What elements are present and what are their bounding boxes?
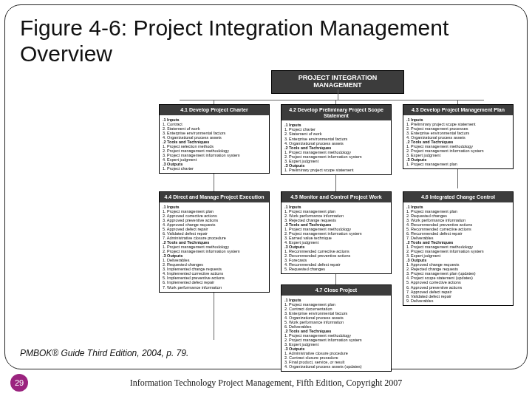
box-header: 4.1 Develop Project Charter xyxy=(160,105,269,115)
box-header: 4.7 Close Project xyxy=(282,285,391,296)
box-4-1: 4.1 Develop Project Charter.1 Inputs1. C… xyxy=(159,104,270,174)
box-4-4: 4.4 Direct and Manage Project Execution.… xyxy=(159,191,270,293)
box-body: .1 Inputs1. Preliminary project scope st… xyxy=(403,115,513,169)
section-item: 4. Organizational process assets (update… xyxy=(284,364,388,369)
slide-frame: Figure 4-6: Project Integration Manageme… xyxy=(4,4,528,369)
box-body: .1 Inputs1. Project management plan2. Wo… xyxy=(282,202,391,274)
box-body: .1 Inputs1. Project management plan2. Ap… xyxy=(160,202,269,292)
box-header: 4.5 Monitor and Control Project Work xyxy=(282,192,391,202)
footer-text: Information Technology Project Managemen… xyxy=(0,378,532,389)
box-body: .1 Inputs1. Contract2. Statement of work… xyxy=(160,115,269,174)
box-body: .1 Inputs1. Project management plan2. Re… xyxy=(403,202,513,305)
box-header: 4.3 Develop Project Management Plan xyxy=(403,105,513,115)
section-item: 5. Requested changes xyxy=(284,267,388,271)
box-4-3: 4.3 Develop Project Management Plan.1 In… xyxy=(403,104,514,169)
box-4-2: 4.2 Develop Preliminary Project Scope St… xyxy=(281,104,392,175)
page-title: Figure 4-6: Project Integration Manageme… xyxy=(20,16,512,66)
box-header: 4.4 Direct and Manage Project Execution xyxy=(160,192,269,202)
box-body: .1 Inputs1. Project management plan2. Co… xyxy=(282,296,391,372)
section-item: 1. Project charter xyxy=(163,166,266,171)
box-4-7: 4.7 Close Project.1 Inputs1. Project man… xyxy=(281,284,392,372)
box-4-5: 4.5 Monitor and Control Project Work.1 I… xyxy=(281,191,392,274)
section-item: 7. Work performance information xyxy=(163,285,266,290)
box-4-6: 4.6 Integrated Change Control.1 Inputs1.… xyxy=(403,191,514,306)
section-item: 1. Preliminary project scope statement xyxy=(284,168,388,172)
citation: PMBOK® Guide Third Edition, 2004, p. 79. xyxy=(20,348,188,358)
box-body: .1 Inputs1. Project charter2. Statement … xyxy=(282,120,391,174)
section-item: 9. Deliverables xyxy=(406,299,510,303)
diagram: PROJECT INTEGRATION MANAGEMENT 4.1 Devel… xyxy=(153,70,516,336)
section-item: 1. Project management plan xyxy=(406,162,510,166)
box-header: 4.6 Integrated Change Control xyxy=(403,192,513,202)
box-header: 4.2 Develop Preliminary Project Scope St… xyxy=(282,105,391,120)
